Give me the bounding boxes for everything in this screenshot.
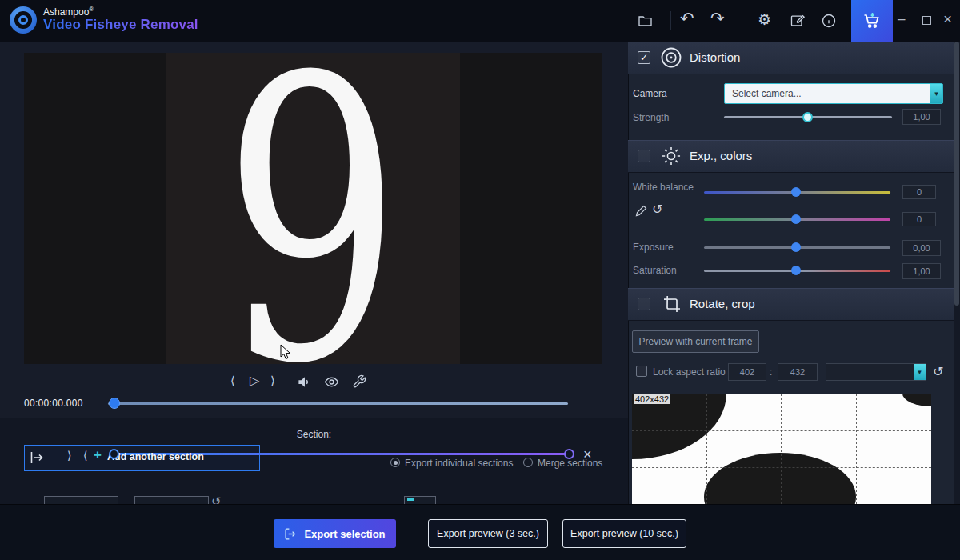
- brand-text: Ashampoo: [43, 6, 89, 18]
- chevron-left-icon[interactable]: ⟨: [83, 449, 87, 462]
- redo-icon[interactable]: ↷: [710, 9, 725, 28]
- rotate-crop-enabled-checkbox[interactable]: [638, 298, 650, 310]
- sun-icon: [661, 146, 682, 166]
- export-selection-button[interactable]: Export selection: [274, 519, 396, 548]
- ratio-preset-dropdown[interactable]: ▾: [826, 363, 926, 381]
- export-preview-10s-button[interactable]: Export preview (10 sec.): [562, 519, 686, 548]
- export-preview-3s-button[interactable]: Export preview (3 sec.): [428, 519, 548, 548]
- lock-aspect-label[interactable]: Lock aspect ratio: [653, 366, 726, 378]
- crop-grid-line: [706, 394, 707, 504]
- scrollbar-thumb[interactable]: [954, 42, 959, 306]
- close-button[interactable]: ×: [943, 10, 952, 28]
- strength-value-field[interactable]: 1,00: [902, 109, 941, 125]
- camera-select-dropdown[interactable]: Select camera... ▾: [724, 83, 943, 104]
- wb-tint-value-field[interactable]: 0: [902, 212, 936, 226]
- maximize-button[interactable]: [922, 16, 931, 25]
- ratio-height-input[interactable]: [778, 363, 818, 381]
- white-balance-label: White balance: [633, 182, 694, 193]
- exp-colors-enabled-checkbox[interactable]: [638, 150, 650, 162]
- clipped-reset-icon[interactable]: ↺: [211, 494, 224, 504]
- brand-name: Ashampoo®: [43, 6, 94, 18]
- exposure-value-field[interactable]: 0,00: [902, 240, 941, 256]
- preview-eye-icon[interactable]: [324, 375, 339, 389]
- toolbar-divider: [746, 11, 746, 30]
- camera-label: Camera: [633, 88, 667, 99]
- panel-scrollbar[interactable]: [954, 42, 960, 504]
- check-icon: ✓: [640, 52, 648, 63]
- crop-grid-line: [781, 394, 782, 504]
- clipped-button[interactable]: [404, 496, 436, 504]
- open-folder-icon[interactable]: [637, 13, 654, 29]
- crop-reset-icon[interactable]: ↺: [933, 364, 943, 379]
- saturation-label: Saturation: [633, 265, 677, 276]
- video-preview[interactable]: 9: [24, 53, 602, 364]
- tools-wrench-icon[interactable]: [352, 374, 366, 389]
- mouse-cursor-icon: [280, 344, 293, 362]
- lock-aspect-checkbox[interactable]: [636, 366, 647, 377]
- radio-export-individual-label[interactable]: Export individual sections: [405, 458, 513, 469]
- rotate-crop-title: Rotate, crop: [690, 297, 755, 310]
- crop-frame-dark-corner: [902, 394, 931, 406]
- previous-frame-icon[interactable]: ⟨: [230, 374, 235, 388]
- add-section-plus-icon[interactable]: +: [94, 447, 102, 463]
- fisheye-lens-icon: [659, 46, 683, 70]
- radio-merge-sections-label[interactable]: Merge sections: [538, 458, 602, 469]
- buy-cart-button[interactable]: [851, 0, 893, 42]
- shopping-cart-icon: [862, 11, 882, 30]
- eyedropper-icon[interactable]: [634, 204, 648, 218]
- settings-gear-icon[interactable]: ⚙: [758, 10, 771, 29]
- undo-icon[interactable]: ↶: [680, 9, 694, 28]
- section-start-icon[interactable]: [29, 450, 45, 466]
- minimize-button[interactable]: –: [898, 11, 905, 27]
- wb-tint-slider-handle[interactable]: [791, 214, 801, 224]
- wb-temperature-slider-handle[interactable]: [791, 187, 801, 197]
- dropdown-caret-icon[interactable]: ▾: [914, 364, 926, 380]
- chevron-right-icon[interactable]: ⟩: [67, 449, 71, 462]
- distortion-title: Distortion: [690, 50, 740, 64]
- distortion-enabled-checkbox[interactable]: ✓: [638, 51, 650, 64]
- strength-slider-handle[interactable]: [802, 112, 813, 122]
- title-bar: Ashampoo® Video Fisheye Removal ↶ ↷ ⚙ – …: [0, 0, 960, 42]
- camera-select-value: Select camera...: [732, 88, 802, 99]
- app-window: Ashampoo® Video Fisheye Removal ↶ ↷ ⚙ – …: [0, 0, 960, 560]
- frame-digit: 9: [222, 53, 401, 364]
- play-icon[interactable]: ▷: [250, 373, 259, 388]
- crop-preview[interactable]: 402x432: [632, 394, 931, 504]
- wb-temperature-value-field[interactable]: 0: [902, 185, 936, 199]
- exposure-label: Exposure: [633, 242, 674, 253]
- playhead-handle[interactable]: [109, 398, 120, 409]
- next-frame-icon[interactable]: ⟩: [270, 374, 275, 388]
- feedback-note-icon[interactable]: [790, 13, 806, 29]
- radio-merge-sections[interactable]: [523, 458, 533, 467]
- reset-icon: ↺: [211, 494, 222, 504]
- remove-section-icon[interactable]: ×: [583, 446, 592, 463]
- toolbar-divider: [670, 11, 671, 30]
- crop-digit-counter: [704, 453, 856, 504]
- saturation-value-field[interactable]: 1,00: [902, 263, 941, 279]
- ratio-separator: :: [770, 366, 772, 378]
- wb-reset-icon[interactable]: ↺: [652, 202, 662, 217]
- saturation-slider-handle[interactable]: [791, 266, 801, 275]
- clipped-button[interactable]: [134, 496, 209, 504]
- app-logo: [10, 6, 37, 34]
- info-icon[interactable]: [821, 13, 837, 29]
- strength-label: Strength: [633, 112, 669, 123]
- section-start-handle[interactable]: [109, 449, 119, 459]
- crop-dimensions-label: 402x432: [634, 394, 670, 404]
- ratio-width-input[interactable]: [728, 363, 766, 381]
- volume-icon[interactable]: [297, 374, 312, 390]
- clipped-button[interactable]: [44, 496, 118, 504]
- section-end-handle[interactable]: [564, 449, 574, 459]
- dropdown-caret-icon[interactable]: ▾: [930, 84, 942, 103]
- crop-grid-line: [632, 467, 931, 468]
- add-section-label[interactable]: Add another section: [107, 451, 204, 462]
- preview-current-frame-button[interactable]: Preview with current frame: [632, 330, 759, 353]
- exposure-slider-handle[interactable]: [791, 242, 801, 252]
- timeline-track[interactable]: [108, 402, 568, 405]
- section-heading: Section:: [0, 429, 628, 440]
- timecode-label: 00:00:00.000: [24, 398, 83, 409]
- radio-export-individual[interactable]: [390, 458, 400, 467]
- app-title: Video Fisheye Removal: [43, 17, 198, 33]
- crop-icon: [662, 294, 682, 314]
- video-frame-content: 9: [24, 53, 602, 364]
